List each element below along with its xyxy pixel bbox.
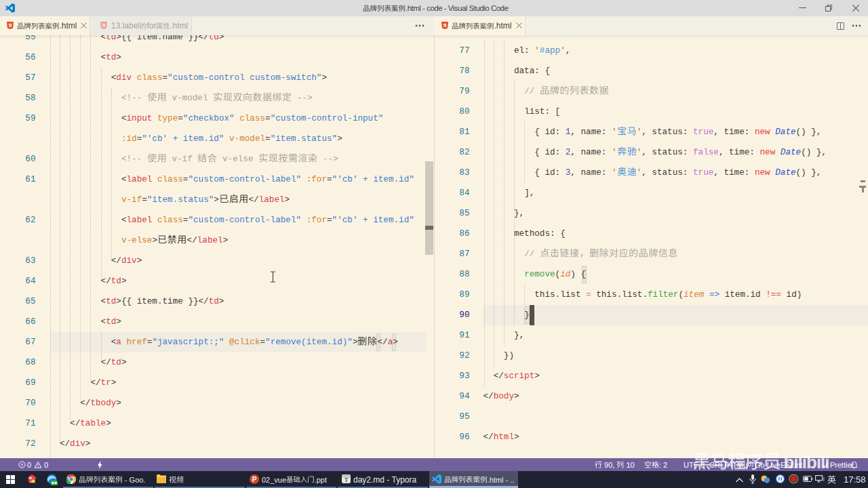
svg-text:T: T bbox=[344, 476, 349, 483]
svg-text:P: P bbox=[252, 476, 257, 483]
